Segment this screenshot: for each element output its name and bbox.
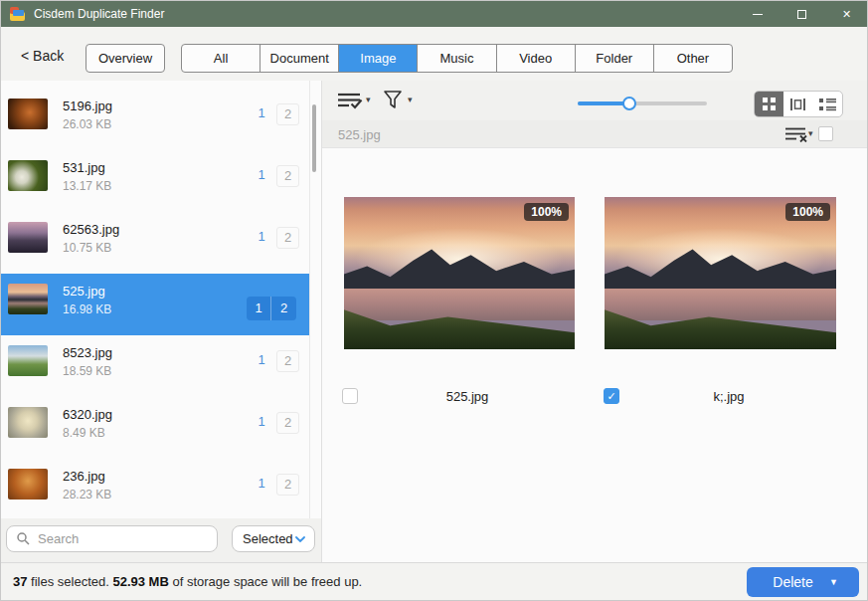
status-text: 37 files selected. 52.93 MB of storage s… bbox=[13, 574, 362, 589]
card-1-filename: 525.jpg bbox=[352, 389, 583, 404]
sidebar-footer: Selected bbox=[1, 518, 321, 562]
total-count[interactable]: 2 bbox=[276, 474, 299, 496]
status-text-part: of storage space will be freed up. bbox=[169, 574, 362, 589]
selected-count[interactable]: 1 bbox=[252, 414, 271, 429]
thumbnail-6320 bbox=[8, 407, 48, 438]
selected-files-count: 37 bbox=[13, 574, 27, 589]
maximize-icon bbox=[797, 10, 806, 19]
thumbnail-5196 bbox=[8, 99, 48, 129]
status-text-part: files selected. bbox=[27, 574, 112, 589]
back-button[interactable]: < Back bbox=[21, 48, 64, 64]
list-view-button[interactable] bbox=[813, 92, 842, 116]
tab-folder[interactable]: Folder bbox=[575, 45, 653, 72]
tab-video[interactable]: Video bbox=[496, 45, 575, 72]
thumbnail-531 bbox=[8, 160, 48, 191]
file-name: 5196.jpg bbox=[63, 99, 112, 113]
sort-icon[interactable] bbox=[337, 92, 363, 109]
search-box[interactable] bbox=[6, 525, 218, 552]
selected-count[interactable]: 1 bbox=[252, 105, 271, 120]
list-item-6320[interactable]: 6320.jpg 8.49 KB 1 2 bbox=[1, 397, 309, 459]
group-header: 525.jpg ▾ bbox=[322, 120, 868, 148]
total-count[interactable]: 2 bbox=[276, 227, 299, 249]
close-icon: ✕ bbox=[842, 8, 851, 21]
deselect-list-icon[interactable] bbox=[784, 126, 808, 142]
thumbnail-62563 bbox=[8, 222, 48, 253]
filter-icon[interactable] bbox=[384, 91, 402, 109]
file-size: 18.59 KB bbox=[63, 364, 111, 378]
file-name: 236.jpg bbox=[63, 469, 105, 484]
filter-caret-icon[interactable]: ▾ bbox=[408, 95, 413, 104]
total-count[interactable]: 2 bbox=[276, 103, 299, 125]
app-icon bbox=[10, 7, 26, 21]
list-item-236[interactable]: 236.jpg 28.23 KB 1 2 bbox=[1, 459, 309, 520]
filter-dropdown-value: Selected bbox=[243, 531, 293, 546]
thumbnail-236 bbox=[8, 469, 48, 500]
list-item-531[interactable]: 531.jpg 13.17 KB 1 2 bbox=[1, 150, 309, 212]
sort-caret-icon[interactable]: ▾ bbox=[366, 95, 371, 104]
sidebar-scrollbar[interactable] bbox=[312, 104, 316, 172]
file-name: 8523.jpg bbox=[63, 345, 112, 360]
window-title: Cisdem Duplicate Finder bbox=[34, 7, 164, 21]
total-count[interactable]: 2 bbox=[276, 412, 299, 434]
group-select-all-checkbox[interactable] bbox=[818, 126, 833, 141]
overview-button[interactable]: Overview bbox=[86, 44, 165, 73]
file-size: 16.98 KB bbox=[63, 302, 111, 316]
thumbnail-8523 bbox=[8, 345, 48, 376]
close-button[interactable]: ✕ bbox=[824, 1, 868, 27]
card-2-filename: k;.jpg bbox=[613, 389, 844, 404]
search-input[interactable] bbox=[38, 531, 197, 546]
thumbnail-525 bbox=[8, 284, 48, 314]
zoom-slider-thumb[interactable] bbox=[622, 97, 636, 110]
view-mode-toggle bbox=[754, 91, 843, 117]
delete-button[interactable]: Delete ▼ bbox=[747, 567, 859, 597]
search-icon bbox=[17, 532, 30, 545]
file-size: 26.03 KB bbox=[63, 117, 111, 131]
tab-document[interactable]: Document bbox=[260, 45, 338, 72]
titlebar: Cisdem Duplicate Finder ✕ bbox=[1, 1, 868, 27]
list-item-62563[interactable]: 62563.jpg 10.75 KB 1 2 bbox=[1, 212, 309, 274]
freed-size: 52.93 MB bbox=[112, 574, 168, 589]
duplicate-image-1[interactable]: 100% bbox=[344, 197, 575, 349]
group-label: 525.jpg bbox=[338, 127, 381, 142]
minimize-button[interactable] bbox=[735, 1, 780, 27]
selected-count[interactable]: 1 bbox=[252, 167, 271, 182]
total-count[interactable]: 2 bbox=[276, 350, 299, 372]
list-view-icon bbox=[819, 98, 836, 111]
file-name: 531.jpg bbox=[63, 160, 105, 175]
file-size: 10.75 KB bbox=[63, 241, 111, 255]
status-bar: 37 files selected. 52.93 MB of storage s… bbox=[1, 562, 868, 601]
selected-count[interactable]: 1 bbox=[252, 476, 271, 491]
duplicate-image-2[interactable]: 100% bbox=[605, 197, 836, 349]
similarity-badge: 100% bbox=[785, 203, 830, 221]
grid-view-icon bbox=[763, 98, 776, 110]
file-size: 13.17 KB bbox=[63, 179, 111, 193]
total-count[interactable]: 2 bbox=[276, 165, 299, 187]
delete-button-label: Delete bbox=[747, 574, 829, 590]
category-tabs: All Document Image Music Video Folder Ot… bbox=[181, 44, 733, 73]
list-item-525-selected[interactable]: 525.jpg 16.98 KB 1 2 bbox=[1, 274, 309, 335]
count-badges: 1 2 bbox=[247, 297, 296, 320]
file-size: 28.23 KB bbox=[63, 488, 111, 501]
delete-dropdown-icon[interactable]: ▼ bbox=[829, 577, 859, 587]
filter-dropdown[interactable]: Selected bbox=[232, 525, 315, 552]
maximize-button[interactable] bbox=[780, 1, 824, 27]
compare-view-icon bbox=[790, 98, 805, 111]
selected-count[interactable]: 1 bbox=[252, 352, 271, 367]
list-item-5196[interactable]: 5196.jpg 26.03 KB 1 2 bbox=[1, 89, 309, 150]
tab-all[interactable]: All bbox=[182, 45, 260, 72]
file-size: 8.49 KB bbox=[63, 426, 105, 440]
selected-count[interactable]: 1 bbox=[247, 297, 271, 320]
total-count[interactable]: 2 bbox=[271, 297, 296, 320]
tab-other[interactable]: Other bbox=[653, 45, 732, 72]
minimize-icon bbox=[753, 14, 763, 15]
tab-music[interactable]: Music bbox=[417, 45, 495, 72]
deselect-caret-icon[interactable]: ▾ bbox=[808, 128, 813, 138]
list-item-8523[interactable]: 8523.jpg 18.59 KB 1 2 bbox=[1, 335, 309, 397]
file-name: 6320.jpg bbox=[63, 407, 112, 422]
tab-image[interactable]: Image bbox=[338, 45, 417, 72]
grid-view-button[interactable] bbox=[755, 92, 783, 116]
file-name: 62563.jpg bbox=[63, 222, 119, 237]
similarity-badge: 100% bbox=[524, 203, 569, 221]
selected-count[interactable]: 1 bbox=[252, 229, 271, 244]
compare-view-button[interactable] bbox=[783, 92, 812, 116]
